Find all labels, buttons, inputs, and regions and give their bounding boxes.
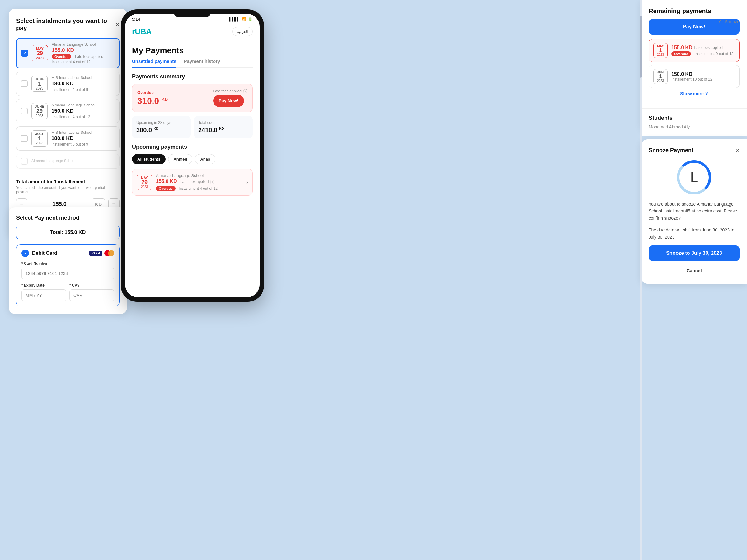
visa-logo: VISA bbox=[89, 251, 102, 256]
instalment-info: Almanar Language School bbox=[31, 159, 115, 164]
upcoming-payment-card[interactable]: MAY 29 2023 Almanar Language School 155.… bbox=[132, 169, 253, 196]
remaining-amount: 155.0 KD bbox=[671, 45, 693, 50]
expiry-input[interactable] bbox=[22, 289, 66, 301]
payment-method-panel: Select Payment method Total: 155.0 KD ✓ … bbox=[9, 207, 127, 314]
school-name: MIS International School bbox=[51, 76, 115, 80]
clock-hand-symbol: L bbox=[690, 170, 698, 184]
panel-title: Select instalments you want to pay bbox=[16, 18, 115, 32]
scrollbar[interactable] bbox=[640, 0, 642, 560]
cvv-label: * CVV bbox=[70, 283, 114, 288]
arabic-button[interactable]: العربية bbox=[232, 27, 253, 36]
instalment-item[interactable]: June 1 2023 MIS International School 180… bbox=[16, 72, 120, 96]
snooze-link[interactable]: ⏱ Snooze bbox=[719, 19, 740, 24]
snooze-confirm-button[interactable]: Snooze to July 30, 2023 bbox=[649, 245, 740, 261]
remaining-item-overdue[interactable]: MAY 1 2023 155.0 KD Late fees applied Ov… bbox=[649, 39, 740, 62]
instalment-detail: Installement 4 out of 9 bbox=[51, 87, 115, 92]
debit-card-header: ✓ Debit Card VISA bbox=[22, 249, 114, 257]
overdue-card-left: Overdue 310.0 KD bbox=[137, 90, 168, 106]
remaining-badge-row: Overdue Installement 9 out of 12 bbox=[671, 51, 735, 56]
instalment-item[interactable]: MAY 29 2023 Almanar Language School 155.… bbox=[16, 38, 120, 69]
close-button[interactable]: × bbox=[115, 21, 120, 29]
instalment-amount: 155.0 KD bbox=[52, 47, 114, 54]
instalment-info: MIS International School 180.0 KD Instal… bbox=[51, 76, 115, 92]
tab-unsettled[interactable]: Unsettled payments bbox=[132, 58, 177, 68]
snooze-payment-panel: Snooze Payment × L You are about to snoo… bbox=[641, 139, 747, 284]
payment-card-fees: Late fees applied bbox=[180, 180, 209, 184]
instalment-checkbox[interactable] bbox=[21, 158, 28, 165]
overdue-label: Overdue bbox=[137, 90, 154, 95]
instalment-item[interactable]: Almanar Language School bbox=[16, 154, 120, 169]
overdue-pay-now-button[interactable]: Pay Now! bbox=[213, 95, 244, 107]
tab-all-students[interactable]: All students bbox=[132, 154, 165, 164]
overdue-card: Overdue 310.0 KD Late fees applied i Pay… bbox=[132, 84, 253, 112]
upcoming-label: Upcoming in 28 days bbox=[136, 121, 186, 125]
card-number-label: * Card Number bbox=[22, 261, 114, 266]
card-logo-group: VISA bbox=[89, 250, 114, 256]
remaining-info: 155.0 KD Late fees applied Overdue Insta… bbox=[671, 45, 735, 56]
panel-header: Select instalments you want to pay × bbox=[16, 18, 120, 32]
status-time: 5:14 bbox=[132, 17, 140, 22]
tabs: Unsettled payments Payment history bbox=[132, 58, 253, 68]
late-fees-label: Late fees applied bbox=[75, 54, 103, 59]
phone-content: My Payments Unsettled payments Payment h… bbox=[125, 40, 260, 297]
remaining-date-box: JUN 1 2023 bbox=[653, 69, 668, 84]
instalment-item[interactable]: July 1 2023 MIS International School 180… bbox=[16, 126, 120, 151]
payment-overdue-badge: Overdue bbox=[156, 186, 176, 191]
instalment-date: June 29 2023 bbox=[31, 103, 48, 119]
snooze-label: Snooze bbox=[725, 19, 740, 24]
instalment-checkbox[interactable] bbox=[21, 135, 28, 142]
remaining-detail: Installement 9 out of 12 bbox=[695, 52, 733, 56]
card-number-input[interactable] bbox=[22, 268, 114, 279]
snooze-title: Snooze Payment bbox=[649, 147, 693, 154]
signal-icon: ▌▌▌▌ bbox=[229, 17, 240, 22]
scrollbar-thumb[interactable] bbox=[640, 16, 642, 78]
instalment-item[interactable]: June 29 2023 Almanar Language School 150… bbox=[16, 99, 120, 123]
instalment-amount: 180.0 KD bbox=[51, 135, 115, 141]
tab-history[interactable]: Payment history bbox=[184, 58, 221, 67]
school-name: Almanar Language School bbox=[31, 159, 115, 163]
remaining-info: 150.0 KD Installement 10 out of 12 bbox=[671, 72, 735, 81]
remaining-amount: 150.0 KD bbox=[671, 72, 735, 77]
ruba-logo: rUBA bbox=[132, 26, 151, 36]
student-name: Mohamed Ahmed Aly bbox=[649, 125, 740, 129]
instalment-checkbox[interactable] bbox=[21, 80, 28, 87]
show-more-button[interactable]: Show more ∨ bbox=[649, 91, 740, 96]
snooze-text-2: The due date will shift from June 30, 20… bbox=[649, 226, 740, 240]
debit-card-check-icon: ✓ bbox=[22, 249, 29, 257]
instalment-detail: Installement 4 out of 12 bbox=[51, 115, 115, 119]
upcoming-amount: 300.0 KD bbox=[136, 127, 186, 134]
snooze-cancel-button[interactable]: Cancel bbox=[649, 265, 740, 276]
upcoming-title: Upcoming payments bbox=[132, 144, 253, 150]
phone-notch bbox=[174, 9, 211, 18]
payment-info-icon: i bbox=[210, 180, 214, 184]
expiry-label: * Expiry Date bbox=[22, 283, 66, 288]
card-details-row: * Expiry Date * CVV bbox=[22, 279, 114, 301]
chevron-right-icon: › bbox=[246, 179, 248, 185]
school-name: Almanar Language School bbox=[51, 103, 115, 107]
status-icons: ▌▌▌▌ 📶 🔋 bbox=[229, 17, 253, 22]
total-desc: You can edit the amount, if you want to … bbox=[16, 185, 120, 194]
payment-card-amount-row: 155.0 KD Late fees applied i bbox=[156, 179, 242, 184]
instalment-checkbox[interactable] bbox=[21, 108, 28, 114]
instalment-checkbox[interactable] bbox=[21, 50, 28, 57]
payment-card-info: Almanar Language School 155.0 KD Late fe… bbox=[156, 173, 242, 191]
total-dues-amount: 2410.0 KD bbox=[198, 127, 248, 134]
student-filter-tabs: All students Ahmed Anas bbox=[132, 154, 253, 164]
cvv-input[interactable] bbox=[70, 289, 114, 301]
tab-anas[interactable]: Anas bbox=[195, 154, 215, 164]
tab-ahmed[interactable]: Ahmed bbox=[168, 154, 192, 164]
show-more-label: Show more bbox=[680, 91, 703, 96]
snooze-header: Snooze Payment × bbox=[649, 147, 740, 154]
remaining-date-box: MAY 1 2023 bbox=[653, 43, 668, 58]
summary-cards-row: Upcoming in 28 days 300.0 KD Total dues … bbox=[132, 116, 253, 138]
snooze-close-button[interactable]: × bbox=[736, 147, 740, 154]
remaining-item[interactable]: JUN 1 2023 150.0 KD Installement 10 out … bbox=[649, 65, 740, 88]
remaining-detail: Installement 10 out of 12 bbox=[671, 77, 735, 81]
instalment-amount: 180.0 KD bbox=[51, 81, 115, 87]
phone-screen: 5:14 ▌▌▌▌ 📶 🔋 rUBA العربية My Payments U… bbox=[125, 14, 260, 297]
payment-badge-row: Overdue Installement 4 out of 12 bbox=[156, 185, 242, 191]
debit-card-section: ✓ Debit Card VISA * Card Number * Expiry… bbox=[16, 244, 120, 306]
instalment-date: June 1 2023 bbox=[31, 76, 48, 92]
late-fees-row: Overdue bbox=[137, 90, 168, 95]
instalment-info: Almanar Language School 155.0 KD Overdue… bbox=[52, 42, 114, 64]
